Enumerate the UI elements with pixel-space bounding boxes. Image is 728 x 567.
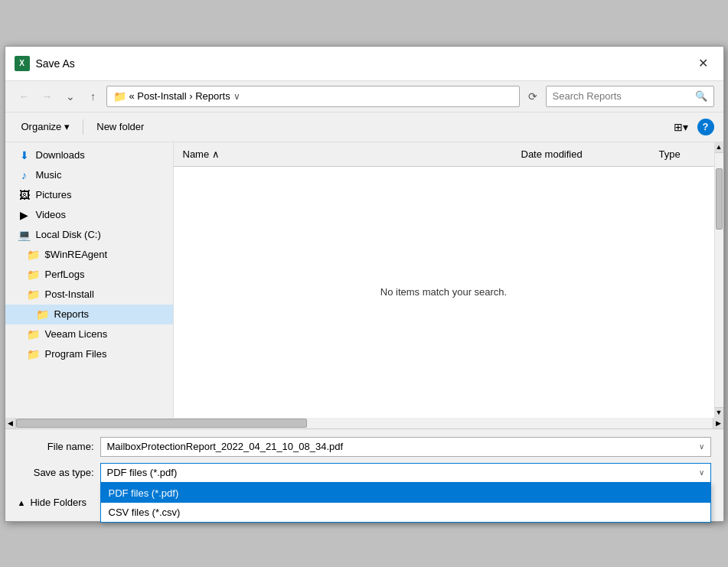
sidebar-item-reports[interactable]: 📁 Reports	[5, 305, 173, 324]
file-name-row: File name: MailboxProtectionReport_2022_…	[18, 437, 711, 457]
view-chevron: ▾	[683, 121, 688, 133]
main-pane: Name ∧ Date modified Type No items match…	[174, 142, 714, 418]
sidebar-item-label: Downloads	[36, 149, 85, 161]
search-box: 🔍	[546, 86, 714, 107]
dropdown-option-pdf[interactable]: PDF files (*.pdf)	[101, 484, 710, 503]
folder-icon: 📁	[27, 328, 41, 341]
dialog-title: Save As	[36, 57, 75, 70]
save-as-dialog: X Save As ✕ ← → ⌄ ↑ 📁 « Post-Install › R…	[5, 46, 724, 522]
breadcrumb-bar[interactable]: 📁 « Post-Install › Reports ∨	[106, 86, 520, 107]
folder-icon: 📁	[113, 90, 126, 103]
search-icon: 🔍	[695, 90, 707, 102]
disk-icon: 💻	[18, 229, 31, 241]
new-folder-button[interactable]: New folder	[90, 118, 151, 135]
save-type-row: Save as type: PDF files (*.pdf) ∨ PDF fi…	[18, 463, 711, 483]
sidebar-item-label: Veeam Licens	[45, 328, 108, 340]
sidebar-item-local-disk[interactable]: 💻 Local Disk (C:)	[5, 225, 173, 245]
nav-bar: ← → ⌄ ↑ 📁 « Post-Install › Reports ∨ ⟳ 🔍	[5, 81, 723, 112]
toolbar-separator	[83, 119, 83, 135]
sidebar-item-downloads[interactable]: ⬇ Downloads	[5, 145, 173, 165]
sidebar-item-label: $WinREAgent	[45, 249, 108, 260]
sidebar-item-post-install[interactable]: 📁 Post-Install	[5, 285, 173, 305]
scrollbar-thumb[interactable]	[716, 168, 723, 230]
content-area: ⬇ Downloads ♪ Music 🖼 Pictures ▶ Videos …	[5, 142, 723, 418]
col-date-label: Date modified	[521, 148, 583, 160]
horizontal-scrollbar[interactable]: ◀ ▶	[5, 418, 723, 429]
pictures-icon: 🖼	[18, 189, 31, 201]
file-name-dropdown-arrow: ∨	[699, 442, 704, 451]
search-input[interactable]	[553, 90, 695, 102]
help-button[interactable]: ?	[697, 119, 714, 135]
save-type-dropdown: PDF files (*.pdf) CSV files (*.csv)	[100, 483, 711, 523]
sidebar-item-label: PerfLogs	[45, 269, 85, 280]
save-type-arrow: ∨	[699, 468, 704, 477]
sidebar-item-pictures[interactable]: 🖼 Pictures	[5, 185, 173, 205]
folder-icon: 📁	[27, 288, 41, 301]
folder-icon: 📁	[27, 249, 41, 261]
breadcrumb-chevron: ∨	[233, 91, 240, 102]
save-type-container: PDF files (*.pdf) ∨ PDF files (*.pdf) CS…	[100, 463, 711, 483]
view-button[interactable]: ⊞ ▾	[671, 117, 691, 137]
column-header: Name ∧ Date modified Type	[174, 142, 714, 167]
bottom-area: File name: MailboxProtectionReport_2022_…	[5, 429, 723, 521]
dropdown-option-csv[interactable]: CSV files (*.csv)	[101, 503, 710, 522]
col-name-header[interactable]: Name ∧	[174, 145, 515, 163]
sidebar-item-winreagent[interactable]: 📁 $WinREAgent	[5, 245, 173, 265]
back-button[interactable]: ←	[15, 86, 34, 106]
save-type-label: Save as type:	[18, 467, 94, 478]
refresh-button[interactable]: ⟳	[523, 86, 543, 106]
save-type-selected[interactable]: PDF files (*.pdf) ∨	[100, 463, 711, 483]
close-button[interactable]: ✕	[693, 53, 714, 74]
organize-chevron: ▾	[64, 121, 70, 132]
folder-icon: 📁	[36, 308, 50, 321]
new-folder-label: New folder	[96, 121, 144, 132]
hide-folders-label: Hide Folders	[30, 497, 87, 508]
scrollbar-down-button[interactable]: ▼	[715, 407, 723, 418]
scrollbar-h-thumb[interactable]	[16, 419, 307, 428]
file-name-label: File name:	[18, 441, 94, 452]
sidebar-item-label: Reports	[54, 308, 90, 320]
sidebar-item-videos[interactable]: ▶ Videos	[5, 205, 173, 225]
scrollbar-left-button[interactable]: ◀	[5, 418, 16, 429]
toolbar: Organize ▾ New folder ⊞ ▾ ?	[5, 112, 723, 142]
scrollbar-right-button[interactable]: ▶	[713, 418, 723, 429]
hide-folders-button[interactable]: ▲ Hide Folders	[18, 497, 87, 508]
title-bar-left: X Save As	[15, 56, 75, 71]
sidebar-item-label: Videos	[36, 209, 67, 220]
videos-icon: ▶	[18, 209, 31, 221]
col-name-label: Name	[183, 148, 210, 160]
sidebar-item-veeam-license[interactable]: 📁 Veeam Licens	[5, 324, 173, 344]
folder-icon: 📁	[27, 269, 41, 281]
sidebar-scrollbar[interactable]: ▲ ▼	[714, 142, 723, 418]
sidebar-item-label: Local Disk (C:)	[36, 229, 101, 240]
organize-label: Organize	[21, 121, 62, 132]
recent-locations-button[interactable]: ⌄	[60, 86, 80, 106]
forward-button[interactable]: →	[38, 86, 57, 106]
file-name-value: MailboxProtectionReport_2022_04_21_10_08…	[107, 441, 699, 452]
save-type-value: PDF files (*.pdf)	[107, 467, 178, 478]
sidebar-item-label: Pictures	[36, 189, 72, 200]
empty-message: No items match your search.	[174, 167, 714, 418]
folder-icon: 📁	[27, 348, 41, 360]
sidebar-item-program-files[interactable]: 📁 Program Files	[5, 344, 173, 364]
col-name-sort-arrow: ∧	[212, 148, 220, 160]
organize-button[interactable]: Organize ▾	[15, 118, 77, 135]
scrollbar-track	[715, 153, 723, 407]
sidebar-item-music[interactable]: ♪ Music	[5, 165, 173, 185]
sidebar-item-perflogs[interactable]: 📁 PerfLogs	[5, 265, 173, 285]
app-icon: X	[15, 56, 30, 71]
sidebar-item-label: Post-Install	[45, 288, 94, 300]
up-button[interactable]: ↑	[83, 86, 103, 106]
title-bar: X Save As ✕	[5, 47, 723, 81]
col-date-header[interactable]: Date modified	[515, 145, 653, 163]
col-type-label: Type	[659, 148, 681, 160]
file-name-input[interactable]: MailboxProtectionReport_2022_04_21_10_08…	[100, 437, 711, 457]
view-icon: ⊞	[674, 121, 683, 133]
breadcrumb-path: « Post-Install › Reports	[129, 90, 230, 102]
scrollbar-h-track	[16, 418, 713, 429]
hide-folders-icon: ▲	[18, 498, 26, 507]
scrollbar-up-button[interactable]: ▲	[715, 142, 723, 153]
sidebar: ⬇ Downloads ♪ Music 🖼 Pictures ▶ Videos …	[5, 142, 174, 418]
downloads-icon: ⬇	[18, 149, 31, 161]
col-type-header[interactable]: Type	[653, 145, 714, 163]
